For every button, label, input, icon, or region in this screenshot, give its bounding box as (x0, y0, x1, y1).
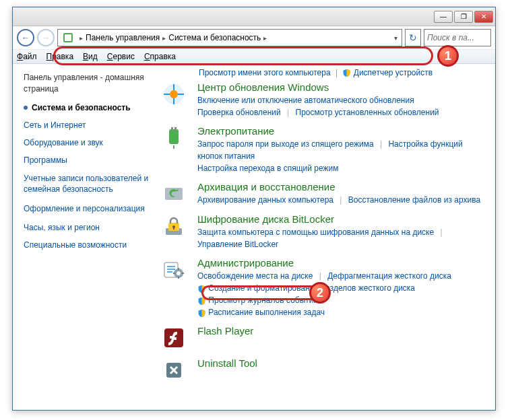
shield-icon (342, 69, 351, 77)
category-title-backup[interactable]: Архивация и восстановление (197, 181, 488, 193)
address-bar[interactable]: ▸ Панель управления ▸ Система и безопасн… (57, 29, 402, 46)
link-admin-scheduler[interactable]: Расписание выполнения задач (208, 308, 325, 317)
menubar: Файл Правка Вид Сервис Справка (13, 49, 495, 64)
top-links: Просмотр имени этого компьютера | Диспет… (160, 68, 488, 77)
link-bitlocker-protect[interactable]: Защита компьютера с помощью шифрования д… (197, 228, 434, 237)
category-title-bitlocker[interactable]: Шифрование диска BitLocker (197, 213, 488, 225)
titlebar: — ❐ ✕ (13, 7, 495, 26)
menu-edit[interactable]: Правка (46, 52, 74, 61)
link-admin-defrag[interactable]: Дефрагментация жесткого диска (327, 271, 451, 281)
sidebar-active-label: Система и безопасность (32, 103, 131, 112)
sidebar-item-programs[interactable]: Программы (24, 155, 157, 165)
admin-tools-icon (161, 257, 187, 283)
window-body: Панель управления - домашняя страница Си… (13, 64, 495, 410)
nav-forward-button[interactable]: → (37, 29, 55, 46)
category-title-flash[interactable]: Flash Player (197, 325, 488, 337)
sidebar: Панель управления - домашняя страница Си… (13, 64, 160, 410)
link-device-manager[interactable]: Диспетчер устройств (354, 68, 433, 77)
svg-point-3 (170, 90, 178, 98)
power-icon (161, 125, 187, 151)
svg-rect-6 (174, 127, 177, 131)
link-update-installed[interactable]: Просмотр установленных обновлений (296, 108, 439, 117)
backup-icon (161, 181, 187, 207)
category-flash: Flash Player (160, 325, 488, 351)
link-backup-archive[interactable]: Архивирование данных компьютера (197, 195, 333, 205)
link-backup-restore[interactable]: Восстановление файлов из архива (348, 195, 480, 205)
shield-icon (197, 285, 206, 293)
sidebar-item-clock[interactable]: Часы, язык и регион (24, 223, 157, 232)
link-update-auto[interactable]: Включение или отключение автоматического… (197, 96, 414, 105)
category-backup: Архивация и восстановление Архивирование… (160, 181, 488, 207)
link-admin-diskcleanup[interactable]: Освобождение места на диске (197, 271, 313, 281)
breadcrumb-system-security[interactable]: Система и безопасность (168, 33, 261, 42)
svg-rect-1 (65, 34, 71, 41)
annotation-badge-1: 1 (437, 45, 459, 67)
category-title-power[interactable]: Электропитание (197, 125, 488, 137)
sidebar-item-hardware[interactable]: Оборудование и звук (24, 138, 157, 147)
category-title-uninstall[interactable]: Uninstall Tool (197, 357, 488, 369)
close-button[interactable]: ✕ (474, 11, 493, 23)
breadcrumb-control-panel[interactable]: Панель управления (86, 33, 160, 42)
control-panel-window: — ❐ ✕ ← → ▸ Панель управления ▸ Система … (12, 7, 496, 411)
windows-update-icon (161, 81, 187, 107)
svg-rect-5 (171, 127, 173, 131)
breadcrumb-sep: ▸ (261, 34, 269, 42)
breadcrumb-sep: ▸ (77, 34, 86, 42)
search-placeholder: Поиск в па... (427, 33, 474, 42)
menu-help[interactable]: Справка (144, 52, 176, 61)
breadcrumb-sep: ▸ (160, 34, 168, 42)
refresh-button[interactable]: ↻ (405, 29, 421, 46)
uninstall-tool-icon (161, 357, 187, 383)
minimize-button[interactable]: — (434, 11, 453, 23)
link-admin-eventlog[interactable]: Просмотр журналов событий (208, 295, 318, 305)
address-row: ← → ▸ Панель управления ▸ Система и безо… (13, 26, 495, 49)
maximize-button[interactable]: ❐ (454, 11, 473, 23)
sidebar-home-link[interactable]: Панель управления - домашняя страница (24, 72, 157, 95)
svg-rect-4 (169, 129, 179, 144)
category-power: Электропитание Запрос пароля при выходе … (160, 125, 488, 174)
link-update-check[interactable]: Проверка обновлений (197, 108, 281, 117)
link-power-sleep[interactable]: Настройка перехода в спящий режим (197, 164, 338, 173)
menu-file[interactable]: Файл (17, 52, 37, 61)
menu-tools[interactable]: Сервис (107, 52, 135, 61)
content-pane: Просмотр имени этого компьютера | Диспет… (160, 64, 495, 410)
category-title-admin[interactable]: Администрирование (197, 257, 488, 269)
flash-icon (161, 325, 187, 351)
category-bitlocker: Шифрование диска BitLocker Защита компью… (160, 213, 488, 250)
bitlocker-icon (161, 213, 187, 239)
shield-icon (197, 297, 206, 306)
link-power-password[interactable]: Запрос пароля при выходе из спящего режи… (197, 139, 374, 149)
address-dropdown-icon[interactable]: ▾ (394, 34, 397, 42)
menu-view[interactable]: Вид (83, 52, 98, 61)
sidebar-item-system-security[interactable]: Система и безопасность (24, 103, 157, 112)
svg-point-13 (177, 271, 181, 275)
sidebar-item-network[interactable]: Сеть и Интернет (24, 120, 157, 130)
sidebar-item-user-accounts[interactable]: Учетные записи пользователей и семейная … (24, 173, 157, 196)
annotation-badge-2: 2 (309, 282, 331, 304)
link-bitlocker-manage[interactable]: Управление BitLocker (197, 240, 278, 249)
search-input[interactable]: Поиск в па... (424, 29, 491, 46)
shield-icon (197, 309, 206, 318)
category-uninstall: Uninstall Tool (160, 357, 488, 383)
control-panel-icon (62, 32, 74, 44)
category-windows-update: Центр обновления Windows Включение или о… (160, 81, 488, 118)
sidebar-item-appearance[interactable]: Оформление и персонализация (24, 203, 157, 215)
category-title-update[interactable]: Центр обновления Windows (197, 81, 488, 93)
sidebar-item-ease-of-access[interactable]: Специальные возможности (24, 240, 157, 250)
link-computer-name[interactable]: Просмотр имени этого компьютера (199, 68, 331, 77)
nav-back-button[interactable]: ← (17, 29, 34, 46)
